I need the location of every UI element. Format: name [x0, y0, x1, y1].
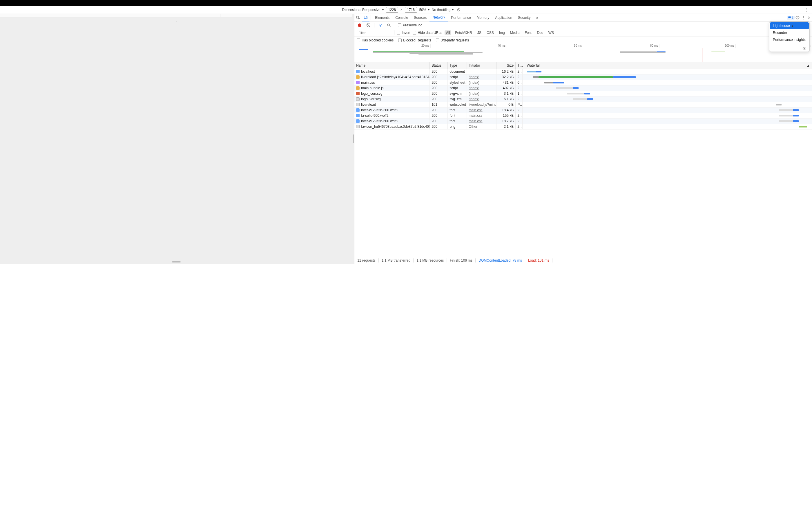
table-row[interactable]: logo_var.svg 200 svg+xml (index) 6.1 kB …: [354, 96, 812, 102]
dimensions-select[interactable]: Dimensions: Responsive: [342, 8, 384, 12]
devtools-pane: Elements Console Sources Network Perform…: [354, 14, 812, 264]
filter-css[interactable]: CSS: [485, 30, 495, 35]
filter-media[interactable]: Media: [509, 30, 521, 35]
filter-doc[interactable]: Doc: [535, 30, 544, 35]
zoom-select[interactable]: 50%: [419, 8, 430, 12]
invert-label: Invert: [402, 31, 410, 35]
rotate-icon[interactable]: [456, 7, 462, 13]
tl-tick-1: 40 ms: [431, 44, 507, 48]
tab-application[interactable]: Application: [492, 14, 515, 21]
filter-fetch[interactable]: Fetch/XHR: [453, 30, 474, 35]
invert-checkbox[interactable]: Invert: [397, 31, 410, 35]
tab-performance[interactable]: Performance: [448, 14, 474, 21]
menu-item-lighthouse[interactable]: Lighthouse: [770, 22, 809, 29]
col-initiator[interactable]: Initiator: [467, 62, 496, 69]
network-table: Name Status Type Initiator Size T… Water…: [354, 62, 812, 257]
col-time[interactable]: T…: [516, 62, 525, 69]
dimensions-x: ×: [401, 8, 403, 12]
table-row[interactable]: logo_icon.svg 200 svg+xml (index) 3.1 kB…: [354, 91, 812, 96]
sb-transferred: 1.1 MB transferred: [379, 258, 414, 262]
status-bar: 11 requests 1.1 MB transferred 1.1 MB re…: [354, 257, 812, 264]
table-row[interactable]: livereload 101 websocket livereload.js?m…: [354, 102, 812, 107]
svg-point-13: [797, 17, 798, 18]
table-row[interactable]: main.css 200 stylesheet (index) 431 kB 6…: [354, 80, 812, 86]
timeline-overview[interactable]: 20 ms 40 ms 60 ms 80 ms 100 ms 120 ms: [354, 44, 812, 62]
table-row[interactable]: localhost 200 document 16.2 kB 2…: [354, 69, 812, 74]
tab-network[interactable]: Network: [430, 14, 448, 21]
network-toolbar: Preserve log: [354, 21, 812, 29]
svg-line-1: [458, 9, 460, 11]
tabs-overflow-icon[interactable]: »: [533, 14, 541, 21]
sb-finish: Finish: 106 ms: [447, 258, 476, 262]
device-mode-icon[interactable]: [362, 14, 369, 21]
tab-elements[interactable]: Elements: [372, 14, 392, 21]
preserve-log-checkbox[interactable]: Preserve log: [398, 23, 422, 27]
blocked-requests-checkbox[interactable]: Blocked Requests: [398, 38, 431, 42]
clear-icon[interactable]: [365, 22, 371, 28]
blocked-cookies-label: Has blocked cookies: [362, 38, 393, 42]
col-size[interactable]: Size: [496, 62, 516, 69]
third-party-label: 3rd-party requests: [441, 38, 469, 42]
table-row[interactable]: fa-solid-900.woff2 200 font main.css 155…: [354, 113, 812, 119]
svg-line-16: [390, 26, 391, 27]
col-type[interactable]: Type: [448, 62, 467, 69]
blocked-cookies-checkbox[interactable]: Has blocked cookies: [357, 38, 393, 42]
messages-badge[interactable]: 1: [787, 16, 795, 20]
device-preview-pane: Search this site... Ctrl + / About Docs …: [0, 14, 352, 264]
col-status[interactable]: Status: [430, 62, 448, 69]
inspect-icon[interactable]: [354, 14, 362, 21]
table-row[interactable]: inter-v12-latin-300.woff2 200 font main.…: [354, 107, 812, 113]
filter-font[interactable]: Font: [523, 30, 533, 35]
preserve-log-label: Preserve log: [403, 23, 422, 27]
tab-console[interactable]: Console: [392, 14, 411, 21]
window-titlebar: [0, 0, 812, 6]
blocked-req-label: Blocked Requests: [403, 38, 431, 42]
menu-item-recorder[interactable]: Recorder: [770, 29, 809, 36]
table-row[interactable]: inter-v12-latin-600.woff2 200 font main.…: [354, 119, 812, 124]
tab-sources[interactable]: Sources: [411, 14, 430, 21]
filter-img[interactable]: Img: [498, 30, 506, 35]
search-icon[interactable]: [386, 22, 392, 28]
filter-input[interactable]: [357, 30, 394, 35]
device-menu-icon[interactable]: ⋮: [804, 7, 810, 13]
menu-item-perf-insights[interactable]: Performance insights: [770, 36, 809, 43]
close-devtools-icon[interactable]: ✕: [806, 15, 812, 20]
devtools-tabs: Elements Console Sources Network Perform…: [354, 14, 812, 21]
filter-all[interactable]: All: [445, 30, 451, 35]
tab-memory[interactable]: Memory: [474, 14, 492, 21]
table-row[interactable]: livereload.js?mindelay=10&v=2&port=1313&…: [354, 74, 812, 80]
table-row[interactable]: favicon_hu546703baadbac0de87b2f81dc4001……: [354, 124, 812, 130]
ruler: [0, 14, 352, 17]
device-toolbar: Dimensions: Responsive × 50% No throttli…: [0, 6, 812, 14]
sb-dcl: DOMContentLoaded: 78 ms: [476, 258, 525, 262]
sb-resources: 1.1 MB resources: [414, 258, 447, 262]
col-name[interactable]: Name: [354, 62, 430, 69]
svg-point-15: [388, 24, 390, 26]
width-input[interactable]: [386, 7, 398, 13]
filter-ws[interactable]: WS: [547, 30, 555, 35]
svg-point-14: [803, 47, 804, 48]
blocked-row: Has blocked cookies Blocked Requests 3rd…: [354, 36, 812, 44]
hide-data-urls-checkbox[interactable]: Hide data URLs: [413, 31, 442, 35]
tl-tick-2: 60 ms: [507, 44, 583, 48]
throttling-select[interactable]: No throttling: [432, 8, 454, 12]
filter-js[interactable]: JS: [476, 30, 483, 35]
devtools-menu-icon[interactable]: ⋮: [800, 15, 806, 20]
svg-rect-12: [788, 16, 791, 18]
filter-icon[interactable]: [377, 22, 383, 28]
col-waterfall[interactable]: Waterfall▲: [525, 62, 812, 69]
third-party-checkbox[interactable]: 3rd-party requests: [436, 38, 469, 42]
table-row[interactable]: main.bundle.js 200 script (index) 407 kB…: [354, 86, 812, 91]
record-icon[interactable]: [357, 22, 362, 28]
sb-load: Load: 101 ms: [525, 258, 552, 262]
table-header[interactable]: Name Status Type Initiator Size T… Water…: [354, 62, 812, 69]
sb-requests: 11 requests: [354, 258, 379, 262]
tl-tick-4: 100 ms: [659, 44, 736, 48]
hide-data-label: Hide data URLs: [418, 31, 442, 35]
overflow-gear-icon[interactable]: [801, 45, 807, 51]
tab-security[interactable]: Security: [515, 14, 533, 21]
height-input[interactable]: [405, 7, 417, 13]
resize-handle-bottom[interactable]: [172, 261, 181, 262]
settings-gear-icon[interactable]: [795, 15, 800, 20]
tl-tick-3: 80 ms: [583, 44, 659, 48]
